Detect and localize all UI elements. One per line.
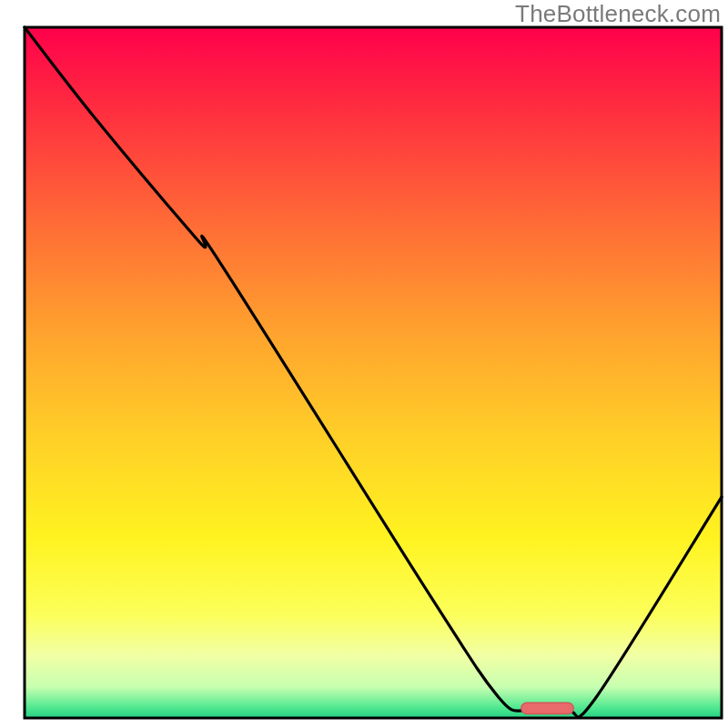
plot-background <box>25 27 722 718</box>
watermark-label: TheBottleneck.com <box>515 0 721 28</box>
bottleneck-chart <box>0 0 728 728</box>
chart-container: TheBottleneck.com <box>0 0 728 728</box>
optimal-marker <box>521 703 573 713</box>
